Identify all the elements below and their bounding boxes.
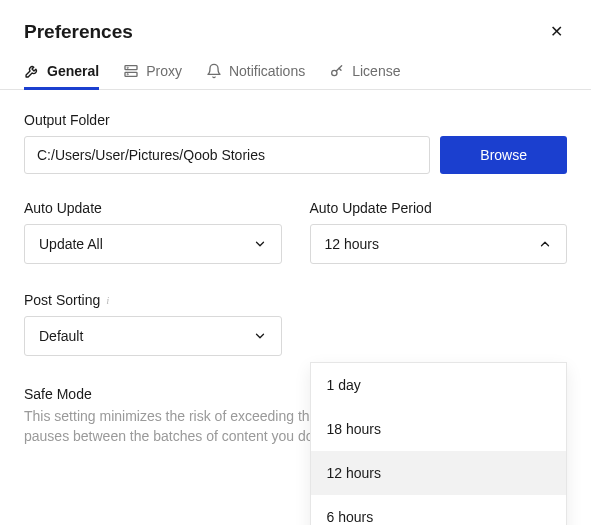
auto-update-period-select[interactable]: 12 hours bbox=[310, 224, 568, 264]
tab-label: License bbox=[352, 63, 400, 79]
svg-point-2 bbox=[127, 67, 128, 68]
select-value: Default bbox=[39, 328, 83, 344]
dropdown-option[interactable]: 1 day bbox=[311, 363, 567, 407]
auto-update-label: Auto Update bbox=[24, 200, 282, 216]
svg-point-3 bbox=[127, 74, 128, 75]
auto-update-select[interactable]: Update All bbox=[24, 224, 282, 264]
select-value: Update All bbox=[39, 236, 103, 252]
close-button[interactable]: ✕ bbox=[546, 20, 567, 43]
dropdown-option[interactable]: 18 hours bbox=[311, 407, 567, 451]
dropdown-option[interactable]: 12 hours bbox=[311, 451, 567, 495]
chevron-up-icon bbox=[538, 237, 552, 251]
dropdown-option[interactable]: 6 hours bbox=[311, 495, 567, 525]
chevron-down-icon bbox=[253, 329, 267, 343]
browse-button[interactable]: Browse bbox=[440, 136, 567, 174]
tab-proxy[interactable]: Proxy bbox=[123, 57, 182, 89]
tab-license[interactable]: License bbox=[329, 57, 400, 89]
post-sorting-label: Post Sorting bbox=[24, 292, 100, 308]
tab-bar: General Proxy Notifications License bbox=[0, 57, 591, 90]
chevron-down-icon bbox=[253, 237, 267, 251]
output-folder-label: Output Folder bbox=[24, 112, 567, 128]
output-folder-input[interactable] bbox=[24, 136, 430, 174]
server-icon bbox=[123, 63, 139, 79]
close-icon: ✕ bbox=[550, 23, 563, 40]
post-sorting-select[interactable]: Default bbox=[24, 316, 282, 356]
tab-label: Proxy bbox=[146, 63, 182, 79]
auto-update-period-dropdown: 1 day 18 hours 12 hours 6 hours bbox=[310, 362, 568, 525]
select-value: 12 hours bbox=[325, 236, 379, 252]
info-icon: i bbox=[106, 294, 109, 306]
key-icon bbox=[329, 63, 345, 79]
auto-update-period-label: Auto Update Period bbox=[310, 200, 568, 216]
tab-label: General bbox=[47, 63, 99, 79]
tab-notifications[interactable]: Notifications bbox=[206, 57, 305, 89]
page-title: Preferences bbox=[24, 21, 133, 43]
tab-general[interactable]: General bbox=[24, 57, 99, 89]
tab-label: Notifications bbox=[229, 63, 305, 79]
wrench-icon bbox=[24, 63, 40, 79]
bell-icon bbox=[206, 63, 222, 79]
